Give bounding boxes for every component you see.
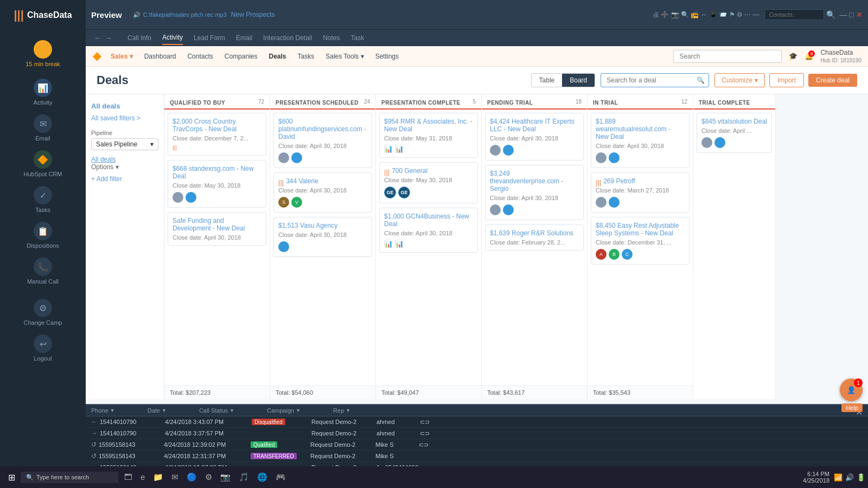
search-deal-input[interactable] [601, 73, 709, 87]
subnav-lead-form[interactable]: Lead Form [194, 31, 225, 44]
add-filter-button[interactable]: + Add filter [91, 175, 158, 183]
network-icon[interactable]: 📶 [834, 473, 843, 481]
subnav-interaction-detail[interactable]: Interaction Detail [263, 31, 312, 44]
sort-icon[interactable]: ▼ [296, 408, 301, 413]
contacts-search[interactable] [764, 9, 824, 20]
sort-icon[interactable]: ▼ [162, 408, 167, 413]
col-count-pres-sched: 24 [364, 99, 370, 105]
deal-card[interactable]: $2,000 Cross Country TravCorps - New Dea… [168, 113, 266, 156]
deal-avatar [609, 152, 620, 163]
app-icon-2[interactable]: ⚙ [202, 470, 215, 484]
hs-nav-tasks[interactable]: Tasks [293, 50, 319, 62]
sidebar-item-dispositions[interactable]: 📋 Dispositions [0, 217, 86, 253]
hs-nav-sales-tools[interactable]: Sales Tools ▾ [321, 50, 368, 62]
taskview-icon[interactable]: 🗔 [121, 470, 136, 484]
sidebar-item-change-camp[interactable]: ⚙ Change Camp [0, 294, 86, 330]
subnav-email[interactable]: Email [236, 31, 252, 44]
deal-card[interactable]: $1,889 wearemutualresolut.com - New Deal… [591, 113, 690, 168]
app-logo: ||| ChaseData [8, 5, 77, 25]
filter-options-button[interactable]: Options ▾ [91, 163, 119, 171]
deal-icons [490, 204, 579, 215]
forward-arrow-icon[interactable]: → [105, 34, 112, 42]
deal-card[interactable]: $1,513 Vasu Agency Close date: April 30,… [273, 217, 372, 257]
subnav-task[interactable]: Task [351, 31, 365, 44]
sort-icon[interactable]: ▼ [346, 408, 350, 413]
hs-nav-deals[interactable]: Deals [264, 50, 290, 62]
all-deals-link[interactable]: All deals [91, 156, 158, 163]
sidebar-item-manual-call[interactable]: 📞 Manual Call [0, 253, 86, 289]
help-label: Help [841, 403, 863, 412]
deal-card[interactable]: ||| 269 Petroff Close date: March 27, 20… [591, 172, 690, 213]
explorer-icon[interactable]: 📁 [150, 470, 167, 484]
hs-nav-sales[interactable]: Sales ▾ [106, 50, 137, 62]
sidebar-item-hubspot[interactable]: 🔶 HubSpot CRM [0, 146, 86, 182]
deal-close-date: Close date: May 30, 2018 [173, 182, 261, 189]
sidebar-item-email[interactable]: ✉ Email [0, 110, 86, 146]
activity-icon: 📊 [34, 79, 52, 97]
board-view-button[interactable]: Board [562, 74, 595, 87]
filter-saved-link[interactable]: All saved filters > [91, 112, 158, 124]
sort-icon[interactable]: ▼ [110, 408, 115, 413]
minimize-button[interactable]: — [840, 10, 847, 19]
deal-card[interactable]: $4,424 Healthcare IT Experts LLC - New D… [485, 113, 584, 160]
deal-card[interactable]: $8,450 Easy Rest Adjustable Sleep System… [591, 217, 690, 265]
windows-taskbar: ⊞ 🔍 Type here to search 🗔 e 📁 ✉ 🔵 ⚙ 📷 🎵 … [0, 466, 868, 488]
windows-search[interactable]: 🔍 Type here to search [21, 472, 118, 483]
deal-card[interactable]: $954 RMR & Associates, Inc. - New Deal C… [379, 113, 478, 158]
app-icon-6[interactable]: 🎮 [272, 470, 289, 484]
deal-close-date: Close date: April 30, 2018 [384, 230, 473, 236]
deal-card[interactable]: ||| 344 Valerie Close date: April 30, 20… [273, 172, 372, 213]
app-icon-3[interactable]: 📷 [217, 470, 234, 484]
sub-navigation: ← → Call Info Activity Lead Form Email I… [86, 30, 868, 46]
deal-card[interactable]: $1,639 Roger R&R Solutions Close date: F… [485, 224, 584, 251]
hs-nav-contacts[interactable]: Contacts [183, 50, 217, 62]
pipeline-dropdown[interactable]: Sales Pipeline ▾ [91, 138, 158, 150]
customize-button[interactable]: Customize ▾ [714, 73, 765, 87]
sidebar-item-break[interactable]: ⏱ 15 min break [0, 36, 86, 72]
search-button[interactable]: 🔍 [824, 9, 838, 20]
chart-icon: 📊 [384, 145, 393, 153]
hubspot-search-input[interactable] [673, 50, 782, 63]
hs-notif-icon[interactable]: 🔔8 [805, 52, 813, 60]
deal-card[interactable]: $600 platinumfundingservices.com - David… [273, 113, 372, 168]
deal-avatar [503, 204, 514, 215]
sidebar-item-logout[interactable]: ↩ Logout [0, 330, 86, 366]
create-deal-button[interactable]: Create deal [808, 74, 857, 87]
deal-card[interactable]: Safe Funding and Development - New Deal … [168, 212, 266, 246]
filter-all-deals[interactable]: All deals [91, 100, 158, 112]
subnav-call-info[interactable]: Call Info [127, 31, 151, 44]
edge-icon[interactable]: e [137, 470, 148, 484]
col-count-pending-trial: 18 [576, 99, 582, 105]
table-view-button[interactable]: Table [532, 74, 563, 87]
mail-icon[interactable]: ✉ [168, 470, 182, 484]
app-icon-1[interactable]: 🔵 [183, 470, 200, 484]
deal-card[interactable]: $845 vitalsolution Deal Close date: Apri… [697, 113, 772, 153]
sidebar-item-activity[interactable]: 📊 Activity [0, 74, 86, 110]
cell-status: Disqualified [252, 419, 311, 425]
battery-icon[interactable]: 🔋 [857, 473, 865, 481]
subnav-notes[interactable]: Notes [323, 31, 340, 44]
subnav-activity[interactable]: Activity [162, 31, 183, 45]
hs-nav-companies[interactable]: Companies [220, 50, 262, 62]
sidebar-item-tasks[interactable]: ✓ Tasks [0, 182, 86, 217]
deal-close-date: Close date: April 30, 2018 [278, 143, 367, 149]
deal-card[interactable]: $3,249 thevandventerprise.com - Sergio C… [485, 165, 584, 220]
start-button[interactable]: ⊞ [3, 470, 21, 485]
clock-time: 6:14 PM [803, 471, 829, 477]
sort-icon[interactable]: ▼ [229, 408, 234, 413]
close-button[interactable]: ✕ [856, 10, 863, 19]
import-button[interactable]: Import [769, 73, 804, 87]
maximize-button[interactable]: □ [850, 10, 854, 19]
back-arrow-icon[interactable]: ← [94, 34, 101, 42]
deal-card[interactable]: $1,000 GCN4Business - New Deal Close dat… [379, 208, 478, 253]
dispositions-icon: 📋 [34, 222, 52, 240]
app-icon-5[interactable]: 🌐 [254, 470, 271, 484]
app-icon-4[interactable]: 🎵 [235, 470, 252, 484]
col-header-presentation-sched: PRESENTATION SCHEDULED 24 [270, 94, 375, 110]
hs-nav-dashboard[interactable]: Dashboard [140, 50, 181, 62]
hs-grad-icon[interactable]: 🎓 [789, 52, 797, 60]
deal-card[interactable]: ||| 700 General Close date: May 30, 2018… [379, 162, 478, 203]
volume-icon[interactable]: 🔊 [845, 473, 854, 481]
hs-nav-settings[interactable]: Settings [371, 50, 403, 62]
deal-card[interactable]: $668 standexrsg.com - New Deal Close dat… [168, 160, 266, 208]
